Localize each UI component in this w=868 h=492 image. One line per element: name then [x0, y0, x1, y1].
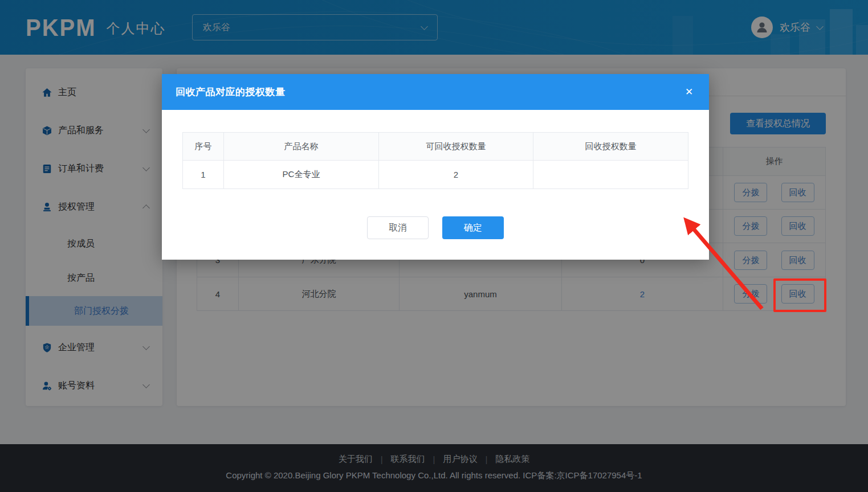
close-icon[interactable]: ✕ — [683, 86, 695, 99]
modal-header-recyclable: 可回收授权数量 — [379, 133, 533, 161]
modal-table-row: 1 PC全专业 2 — [183, 161, 688, 189]
modal-table-header-row: 序号 产品名称 可回收授权数量 回收授权数量 — [183, 133, 688, 161]
modal-title: 回收产品对应的授权数量 — [176, 85, 286, 99]
confirm-button[interactable]: 确定 — [442, 216, 504, 239]
modal-cell-product: PC全专业 — [224, 161, 379, 189]
cancel-button[interactable]: 取消 — [367, 216, 429, 239]
recycle-modal: 回收产品对应的授权数量 ✕ 序号 产品名称 可回收授权数量 回收授权数量 1 P… — [162, 74, 709, 260]
modal-cell-recyclable: 2 — [379, 161, 533, 189]
modal-header-product: 产品名称 — [224, 133, 379, 161]
page: PKPM 个人中心 欢乐谷 欢乐谷 主页 — [0, 0, 868, 492]
modal-cell-no: 1 — [183, 161, 224, 189]
recycle-count-input[interactable] — [537, 163, 684, 186]
modal-header-recycle-count: 回收授权数量 — [533, 133, 688, 161]
modal-header: 回收产品对应的授权数量 ✕ — [162, 74, 709, 110]
modal-header-no: 序号 — [183, 133, 224, 161]
recycle-product-table: 序号 产品名称 可回收授权数量 回收授权数量 1 PC全专业 2 — [182, 132, 688, 189]
